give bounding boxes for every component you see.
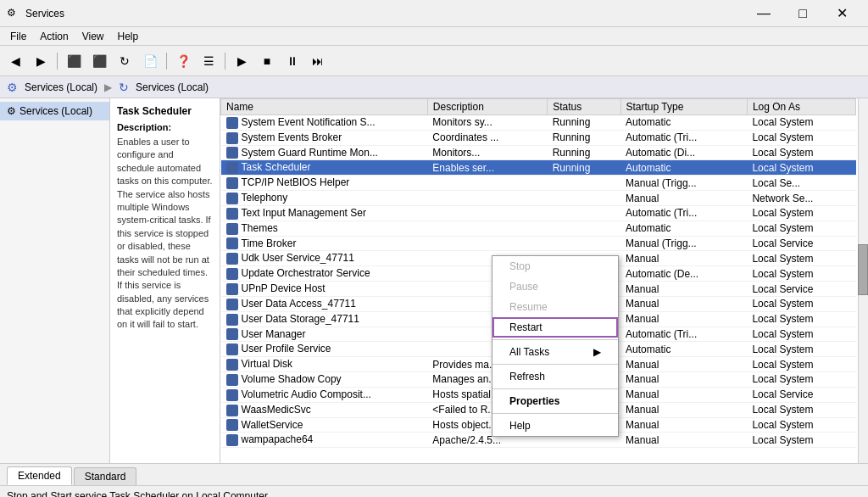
toolbar-play[interactable]: ▶ [230,49,253,73]
service-icon [226,147,238,159]
ctx-resume: Resume [492,297,618,317]
services-area: Name Description Status Startup Type Log… [220,98,868,463]
desc-title: Task Scheduler [117,105,213,117]
desc-text: Enables a user to configure and schedule… [117,136,213,332]
col-name[interactable]: Name [221,99,428,115]
col-logon[interactable]: Log On As [747,99,855,115]
header-breadcrumb: ⚙ Services (Local) ▶ ↻ Services (Local) [0,76,868,98]
service-icon [226,208,238,220]
table-row[interactable]: ThemesAutomaticLocal System [221,221,856,236]
desc-label: Description: [117,122,213,132]
toolbar-refresh[interactable]: ↻ [113,49,136,73]
scrollbar-track[interactable] [858,98,868,463]
ctx-all-tasks-arrow: ▶ [593,346,601,358]
table-row[interactable]: TCP/IP NetBIOS HelperManual (Trigg...Loc… [221,176,856,191]
menu-file[interactable]: File [3,29,33,44]
title-bar-buttons: — □ ✕ [744,0,861,27]
main-layout: ⚙ Services (Local) Task Scheduler Descri… [0,98,868,463]
window-title: Services [25,8,744,20]
toolbar-help[interactable]: ❓ [171,49,195,73]
ctx-sep-2 [492,364,618,365]
toolbar-sep-1 [57,53,58,70]
service-icon [226,132,238,144]
service-icon [226,193,238,204]
nav-services-local[interactable]: ⚙ Services (Local) [0,102,109,120]
service-icon [226,253,238,265]
menu-bar: File Action View Help [0,27,868,46]
ctx-properties[interactable]: Properties [492,391,618,411]
tabs-bar: Extended Standard [0,463,868,485]
minimize-button[interactable]: — [744,0,783,27]
ctx-all-tasks[interactable]: All Tasks ▶ [492,342,618,362]
toolbar-list[interactable]: ☰ [197,49,220,73]
table-row[interactable]: TelephonyManualNetwork Se... [221,191,856,206]
toolbar-export[interactable]: 📄 [138,49,162,73]
col-status[interactable]: Status [548,99,620,115]
nav-services-label: Services (Local) [19,105,92,117]
nav-icon: ⚙ [7,81,18,94]
status-text: Stop and Start service Task Scheduler on… [7,490,268,498]
table-row[interactable]: Text Input Management SerAutomatic (Tri.… [221,205,856,221]
service-icon [226,343,238,355]
table-row[interactable]: Time BrokerManual (Trigg...Local Service [221,236,856,251]
ctx-pause: Pause [492,276,618,297]
toolbar: ◀ ▶ ⬛ ⬛ ↻ 📄 ❓ ☰ ▶ ■ ⏸ ⏭ [0,46,868,76]
table-row[interactable]: System Events BrokerCoordinates ...Runni… [221,130,856,145]
ctx-sep-4 [492,413,618,414]
scrollbar-thumb[interactable] [858,244,868,295]
service-icon [226,405,238,416]
breadcrumb-content: Services (Local) [136,81,209,93]
toolbar-pause[interactable]: ⏸ [281,49,304,73]
menu-view[interactable]: View [75,29,111,44]
ctx-sep-1 [492,339,618,340]
ctx-restart[interactable]: Restart [492,317,618,338]
col-startup[interactable]: Startup Type [620,99,747,115]
status-bar: Stop and Start service Task Scheduler on… [0,485,868,497]
toolbar-forward[interactable]: ▶ [29,49,53,73]
service-icon [226,328,238,340]
service-icon [226,223,238,235]
context-menu: Stop Pause Resume Restart All Tasks ▶ Re… [492,255,619,437]
ctx-sep-3 [492,388,618,389]
service-icon [226,162,238,174]
service-icon [226,389,238,401]
title-bar: ⚙ Services — □ ✕ [0,0,868,27]
ctx-all-tasks-label: All Tasks [509,346,549,358]
tab-standard[interactable]: Standard [74,467,137,485]
service-icon [226,314,238,326]
ctx-help[interactable]: Help [492,416,618,436]
toolbar-up2[interactable]: ⬛ [87,49,111,73]
breadcrumb-icon2: ↻ [119,81,129,94]
col-desc[interactable]: Description [427,99,547,115]
service-icon [226,117,238,129]
service-icon [226,237,238,249]
breadcrumb-sep: ▶ [104,81,112,93]
nav-services-icon: ⚙ [7,105,16,117]
service-icon [226,177,238,189]
ctx-stop: Stop [492,256,618,276]
toolbar-restart[interactable]: ⏭ [306,49,330,73]
maximize-button[interactable]: □ [783,0,822,27]
content-area: Task Scheduler Description: Enables a us… [110,98,868,463]
service-icon [226,299,238,310]
toolbar-stop[interactable]: ■ [255,49,279,73]
tab-extended[interactable]: Extended [7,466,72,485]
service-icon [226,419,238,431]
ctx-refresh[interactable]: Refresh [492,366,618,387]
toolbar-up[interactable]: ⬛ [62,49,86,73]
toolbar-back[interactable]: ◀ [3,49,27,73]
left-nav: ⚙ Services (Local) [0,98,110,463]
table-row[interactable]: System Guard Runtime Mon...Monitors...Ru… [221,145,856,160]
menu-action[interactable]: Action [33,29,75,44]
service-icon [226,283,238,295]
service-icon [226,268,238,280]
window-icon: ⚙ [7,7,20,20]
service-icon [226,359,238,371]
menu-help[interactable]: Help [111,29,146,44]
toolbar-sep-2 [166,53,167,70]
table-row[interactable]: System Event Notification S...Monitors s… [221,115,856,131]
breadcrumb-nav[interactable]: Services (Local) [25,81,97,93]
table-row[interactable]: Task SchedulerEnables ser...RunningAutom… [221,160,856,176]
close-button[interactable]: ✕ [822,0,861,27]
service-icon [226,434,238,446]
